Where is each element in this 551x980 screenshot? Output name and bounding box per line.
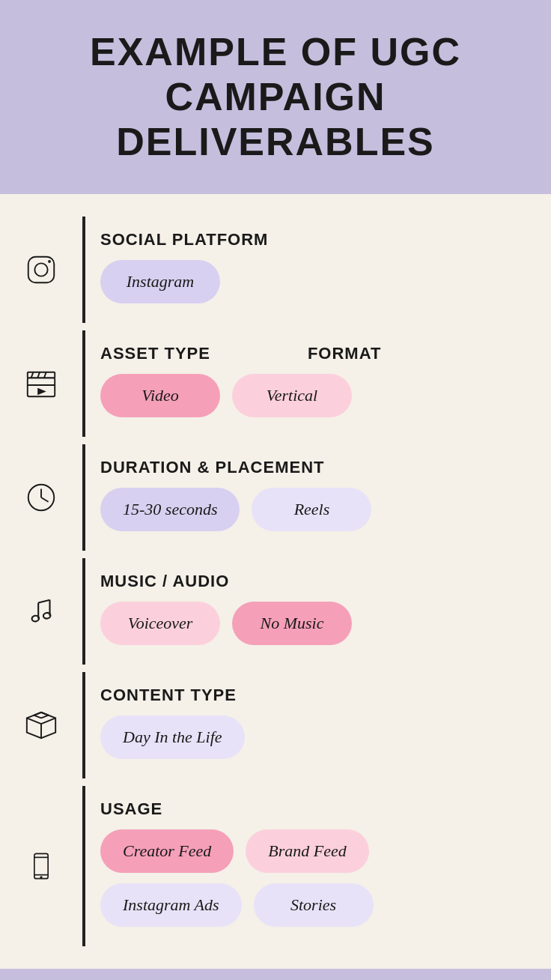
section-music: MUSIC / AUDIO Voiceover No Music [15, 558, 514, 665]
pill-duration: 15-30 seconds [100, 488, 240, 531]
svg-rect-3 [28, 378, 55, 397]
pill-day-in-life: Day In the Life [100, 716, 245, 759]
svg-line-16 [38, 600, 49, 603]
usage-pills-row2: Instagram Ads Stories [100, 883, 514, 927]
svg-line-9 [31, 372, 34, 378]
vertical-divider [82, 444, 85, 551]
music-pills: Voiceover No Music [100, 602, 514, 645]
pill-creator-feed: Creator Feed [100, 829, 234, 873]
svg-line-25 [34, 716, 41, 719]
section-platform: SOCIAL PLATFORM Instagram [15, 217, 514, 323]
vertical-divider [82, 672, 85, 778]
vertical-divider [82, 786, 85, 946]
main-content: SOCIAL PLATFORM Instagram [0, 194, 551, 969]
pill-vertical: Vertical [232, 374, 352, 417]
svg-line-23 [41, 719, 55, 725]
svg-line-10 [37, 372, 40, 378]
svg-point-1 [34, 264, 47, 276]
duration-label: DURATION & PLACEMENT [100, 458, 514, 477]
platform-label: SOCIAL PLATFORM [100, 230, 514, 249]
music-content: MUSIC / AUDIO Voiceover No Music [100, 558, 514, 665]
pill-stories: Stories [254, 883, 374, 927]
svg-line-15 [41, 497, 49, 502]
svg-line-11 [44, 372, 46, 378]
format-label: FORMAT [308, 344, 381, 363]
page-title: EXAMPLE OF UGC CAMPAIGN DELIVERABLES [45, 30, 506, 164]
content-type-data: CONTENT TYPE Day In the Life [100, 672, 514, 778]
platform-pills: Instagram [100, 260, 514, 303]
duration-pills: 15-30 seconds Reels [100, 488, 514, 531]
pill-instagram-ads: Instagram Ads [100, 883, 242, 927]
instagram-icon [15, 217, 67, 323]
content-type-pills: Day In the Life [100, 716, 514, 759]
platform-pill-instagram: Instagram [100, 260, 220, 303]
phone-icon [15, 786, 67, 946]
svg-point-20 [43, 613, 51, 620]
pill-no-music: No Music [232, 602, 352, 645]
asset-content: ASSET TYPE FORMAT Video Vertical [100, 330, 514, 437]
pill-video: Video [100, 374, 220, 417]
content-type-label: CONTENT TYPE [100, 686, 514, 705]
svg-point-2 [48, 260, 51, 263]
pill-voiceover: Voiceover [100, 602, 220, 645]
svg-marker-12 [37, 388, 46, 396]
duration-content: DURATION & PLACEMENT 15-30 seconds Reels [100, 444, 514, 551]
vertical-divider [82, 330, 85, 437]
section-content-type: CONTENT TYPE Day In the Life [15, 672, 514, 778]
clapperboard-icon [15, 330, 67, 437]
pill-brand-feed: Brand Feed [246, 829, 368, 873]
svg-point-19 [31, 615, 40, 622]
vertical-divider [82, 558, 85, 665]
vertical-divider [82, 217, 85, 323]
page-footer: MILAMEDIA.CO [0, 969, 551, 980]
usage-data: USAGE Creator Feed Brand Feed Instagram … [100, 786, 514, 946]
page-header: EXAMPLE OF UGC CAMPAIGN DELIVERABLES [0, 0, 551, 194]
clock-icon [15, 444, 67, 551]
section-duration: DURATION & PLACEMENT 15-30 seconds Reels [15, 444, 514, 551]
music-label: MUSIC / AUDIO [100, 572, 514, 591]
svg-line-26 [41, 716, 49, 719]
section-usage: USAGE Creator Feed Brand Feed Instagram … [15, 786, 514, 946]
usage-pills-row1: Creator Feed Brand Feed [100, 829, 514, 873]
section-asset: ASSET TYPE FORMAT Video Vertical [15, 330, 514, 437]
pill-reels: Reels [252, 488, 371, 531]
music-icon [15, 558, 67, 665]
asset-type-label: ASSET TYPE [100, 344, 210, 363]
svg-point-30 [40, 877, 42, 879]
box-icon [15, 672, 67, 778]
usage-label: USAGE [100, 799, 514, 819]
svg-line-22 [27, 719, 41, 725]
platform-content: SOCIAL PLATFORM Instagram [100, 217, 514, 323]
asset-pills: Video Vertical [100, 374, 514, 417]
